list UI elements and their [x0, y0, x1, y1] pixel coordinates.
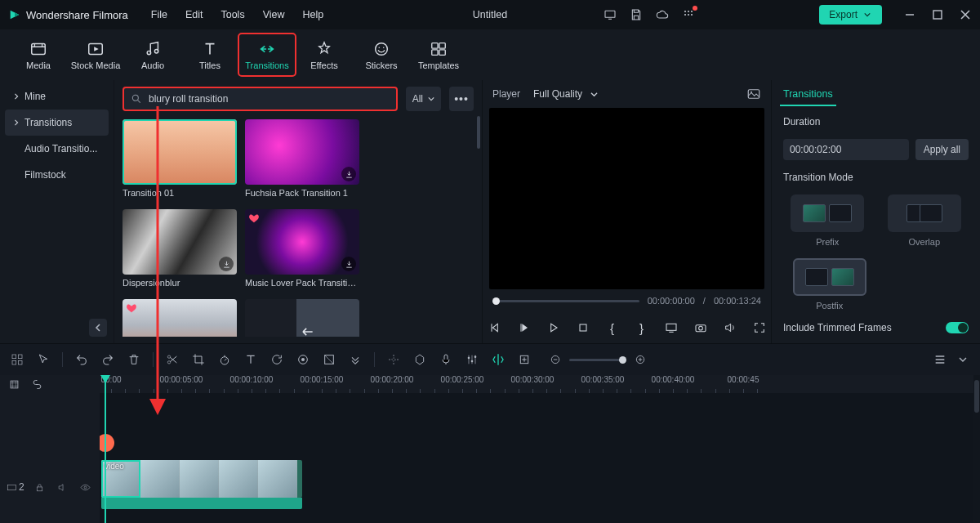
sidebar-item-mine[interactable]: Mine: [5, 83, 109, 110]
lock-track-icon[interactable]: [33, 480, 47, 494]
audio-clip[interactable]: [101, 498, 302, 509]
cat-audio[interactable]: Audio: [124, 34, 181, 76]
close-icon[interactable]: [959, 8, 972, 21]
sidebar-item-transitions[interactable]: Transitions: [5, 110, 109, 136]
play-icon[interactable]: [547, 321, 560, 334]
voiceover-icon[interactable]: [439, 352, 453, 367]
undo-icon[interactable]: [74, 352, 89, 367]
sidebar-item-filmstock[interactable]: Filmstock: [5, 162, 109, 188]
volume-icon[interactable]: [724, 321, 737, 334]
download-icon[interactable]: [341, 167, 356, 181]
device-preview-icon[interactable]: [604, 8, 617, 21]
cat-transitions[interactable]: Transitions: [238, 34, 296, 76]
audio-mixer-icon[interactable]: [465, 352, 479, 367]
menu-file[interactable]: File: [151, 9, 167, 20]
snap-toggle-icon[interactable]: [7, 377, 21, 391]
mark-out-icon[interactable]: }: [635, 321, 648, 334]
sidebar-collapse-button[interactable]: [89, 319, 107, 337]
mark-in-icon[interactable]: {: [606, 321, 619, 334]
cat-templates[interactable]: Templates: [410, 34, 467, 76]
duration-input[interactable]: 00:00:02:00: [783, 139, 909, 160]
add-marker-icon[interactable]: [517, 352, 532, 367]
mute-track-icon[interactable]: [56, 480, 70, 494]
timeline-ruler[interactable]: 00:00 00:00:05:00 00:00:10:00 00:00:15:0…: [100, 375, 973, 393]
mode-overlap[interactable]: Overlap: [880, 194, 969, 247]
search-box[interactable]: [122, 87, 398, 111]
zoom-out-icon[interactable]: [548, 352, 563, 367]
favorite-icon[interactable]: [248, 212, 260, 224]
maximize-icon[interactable]: [931, 8, 944, 21]
more-tools-icon[interactable]: [348, 352, 363, 367]
download-icon[interactable]: [341, 257, 356, 271]
crop-icon[interactable]: [191, 352, 206, 367]
snapshot-icon[interactable]: [746, 87, 761, 101]
track-options-icon[interactable]: [956, 352, 970, 367]
prev-frame-icon[interactable]: [488, 321, 501, 334]
auto-ripple-icon[interactable]: [491, 352, 506, 367]
video-clip[interactable]: video: [101, 460, 302, 498]
preview-viewport[interactable]: [489, 108, 764, 289]
speed-icon[interactable]: [217, 352, 232, 367]
playhead[interactable]: [105, 375, 106, 523]
camera-icon[interactable]: [694, 321, 707, 334]
browser-scrollbar[interactable]: [477, 116, 480, 149]
cat-stickers[interactable]: Stickers: [353, 34, 410, 76]
save-icon[interactable]: [630, 8, 643, 21]
rotate-icon[interactable]: [270, 352, 284, 367]
green-screen-icon[interactable]: [322, 352, 336, 367]
zoom-slider[interactable]: [569, 359, 626, 361]
app-logo: Wondershare Filmora: [8, 8, 128, 21]
menu-edit[interactable]: Edit: [185, 9, 203, 20]
apps-grid-icon[interactable]: [682, 8, 695, 21]
inspector-tab-transitions[interactable]: Transitions: [780, 83, 836, 106]
playback-quality-select[interactable]: Full Quality: [533, 88, 598, 100]
track-size-icon[interactable]: [933, 352, 947, 367]
menu-help[interactable]: Help: [303, 9, 324, 20]
timeline-scrollbar[interactable]: [973, 375, 980, 523]
menu-tools[interactable]: Tools: [220, 9, 244, 20]
cat-stock-media[interactable]: Stock Media: [67, 34, 124, 76]
hide-track-icon[interactable]: [78, 480, 93, 494]
cloud-icon[interactable]: [656, 8, 669, 21]
more-options-button[interactable]: •••: [449, 87, 474, 111]
menu-view[interactable]: View: [263, 9, 285, 20]
minimize-icon[interactable]: [903, 8, 916, 21]
fullscreen-icon[interactable]: [753, 321, 766, 334]
timeline-tracks[interactable]: 00:00 00:00:05:00 00:00:10:00 00:00:15:0…: [100, 375, 973, 523]
transition-card[interactable]: Fuchsia Pack Transition 1: [245, 119, 359, 198]
stop-icon[interactable]: [577, 321, 590, 334]
svg-rect-7: [933, 11, 942, 19]
export-button[interactable]: Export: [819, 5, 882, 25]
mode-postfix[interactable]: Postfix: [783, 258, 876, 311]
cat-media[interactable]: Media: [10, 34, 67, 76]
transition-card[interactable]: [122, 299, 237, 337]
cat-effects[interactable]: Effects: [296, 34, 353, 76]
filter-all-button[interactable]: All: [406, 87, 441, 111]
color-icon[interactable]: [296, 352, 310, 367]
scrub-slider[interactable]: [492, 300, 639, 302]
keyframe-icon[interactable]: [386, 352, 401, 367]
apply-all-button[interactable]: Apply all: [915, 139, 969, 160]
display-settings-icon[interactable]: [665, 321, 678, 334]
transition-card[interactable]: [245, 299, 359, 337]
transition-card[interactable]: Music Lover Pack Transition ...: [245, 209, 359, 288]
cat-titles[interactable]: Titles: [181, 34, 238, 76]
grid-view-icon[interactable]: [10, 352, 24, 367]
redo-icon[interactable]: [100, 352, 115, 367]
select-tool-icon[interactable]: [36, 352, 51, 367]
step-back-icon[interactable]: [518, 321, 531, 334]
transition-card[interactable]: Transition 01: [122, 119, 237, 198]
zoom-in-icon[interactable]: [633, 352, 648, 367]
include-trimmed-toggle[interactable]: [946, 322, 969, 333]
download-icon[interactable]: [219, 257, 234, 271]
sidebar-item-audio-transitions[interactable]: Audio Transitio...: [5, 136, 109, 162]
transition-card[interactable]: Dispersionblur: [122, 209, 237, 288]
marker-icon[interactable]: [412, 352, 427, 367]
search-input[interactable]: [147, 92, 390, 105]
link-toggle-icon[interactable]: [29, 377, 44, 391]
mode-prefix[interactable]: Prefix: [783, 194, 872, 247]
split-icon[interactable]: [165, 352, 180, 367]
favorite-icon[interactable]: [126, 302, 137, 314]
delete-icon[interactable]: [127, 352, 141, 367]
text-icon[interactable]: [243, 352, 258, 367]
